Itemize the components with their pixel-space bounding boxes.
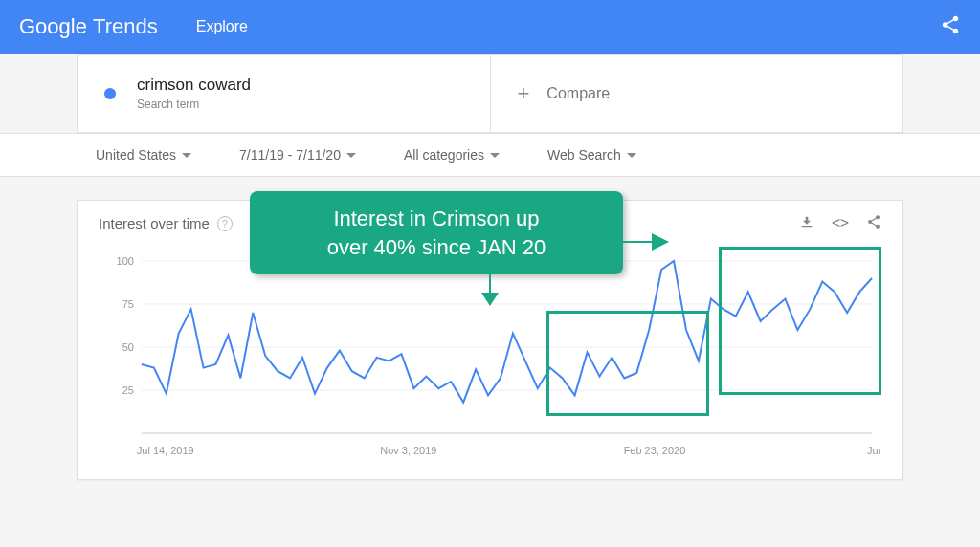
annotation-box-left: [546, 311, 709, 416]
svg-text:25: 25: [122, 384, 134, 396]
svg-text:75: 75: [122, 298, 134, 310]
share-chart-icon[interactable]: [866, 214, 881, 232]
plus-icon: +: [518, 81, 530, 106]
filter-region-label: United States: [96, 147, 176, 163]
callout-line2: over 40% since JAN 20: [275, 233, 598, 262]
chevron-down-icon: [490, 153, 500, 158]
svg-text:Nov 3, 2019: Nov 3, 2019: [380, 445, 436, 456]
annotation-box-right: [719, 247, 881, 395]
logo-trends: Trends: [93, 14, 158, 38]
search-term-cell[interactable]: crimson coward Search term: [78, 55, 490, 132]
filter-search-type-label: Web Search: [547, 147, 621, 163]
svg-text:50: 50: [122, 341, 134, 353]
chevron-down-icon: [346, 153, 356, 158]
chevron-down-icon: [182, 153, 191, 158]
filter-category[interactable]: All categories: [404, 147, 500, 163]
search-term-type: Search term: [137, 98, 251, 111]
share-icon: [940, 14, 961, 35]
search-term-text: crimson coward: [137, 76, 251, 95]
svg-text:Feb 23, 2020: Feb 23, 2020: [624, 445, 686, 456]
filter-category-label: All categories: [404, 147, 484, 163]
explore-tab[interactable]: Explore: [196, 18, 248, 35]
filter-time-label: 7/11/19 - 7/11/20: [239, 147, 341, 163]
arrow-right-icon: [621, 230, 669, 258]
term-block: crimson coward Search term: [137, 76, 251, 111]
download-icon[interactable]: [799, 214, 814, 232]
svg-text:Jun 14, 2020: Jun 14, 2020: [867, 445, 881, 456]
annotation-callout: Interest in Crimson up over 40% since JA…: [250, 191, 623, 274]
svg-text:100: 100: [117, 255, 134, 267]
google-trends-logo[interactable]: Google Trends: [19, 14, 158, 39]
filter-time-range[interactable]: 7/11/19 - 7/11/20: [239, 147, 356, 163]
series-color-dot: [104, 88, 116, 99]
content-area: crimson coward Search term + Compare Uni…: [0, 54, 980, 480]
share-button[interactable]: [940, 14, 961, 39]
interest-chart-card: Interest over time ? <> 255075100Jul 14,…: [77, 200, 903, 480]
compare-cell[interactable]: + Compare: [490, 55, 903, 132]
filters-row: United States 7/11/19 - 7/11/20 All cate…: [0, 133, 980, 177]
logo-google: Google: [19, 14, 87, 38]
arrow-down-icon: [478, 268, 506, 306]
callout-line1: Interest in Crimson up: [275, 205, 598, 233]
app-header: Google Trends Explore: [0, 0, 980, 54]
chart-actions: <>: [799, 214, 881, 232]
compare-label: Compare: [546, 85, 610, 102]
filter-region[interactable]: United States: [96, 147, 191, 163]
embed-icon[interactable]: <>: [832, 214, 849, 232]
chart-title: Interest over time: [99, 215, 210, 231]
help-icon[interactable]: ?: [217, 216, 233, 231]
search-terms-row: crimson coward Search term + Compare: [77, 54, 903, 133]
chevron-down-icon: [627, 153, 636, 158]
filter-search-type[interactable]: Web Search: [547, 147, 636, 163]
svg-text:Jul 14, 2019: Jul 14, 2019: [137, 445, 194, 456]
